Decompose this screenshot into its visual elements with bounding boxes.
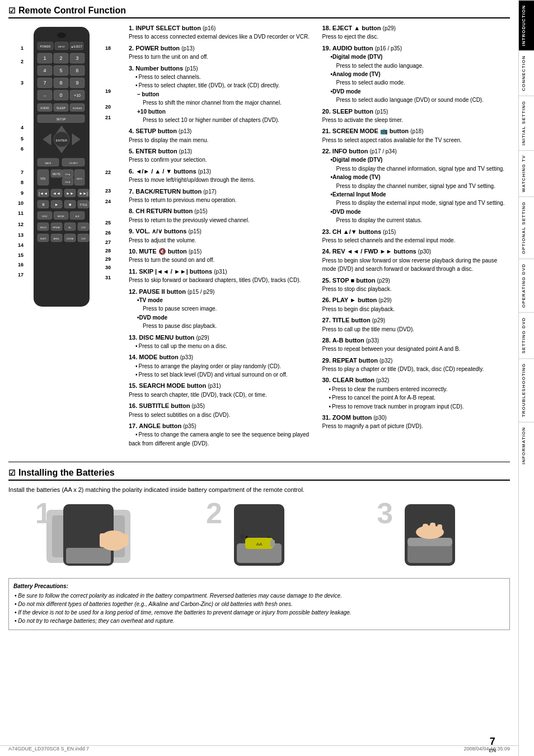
item-9: 9. VOL. ∧/∨ buttons (p15) Press to adjus… (129, 227, 317, 245)
callout-23: 23 (105, 188, 111, 194)
callout-1: 1 (21, 45, 24, 51)
sidebar-tab-introduction: INTRODUCTION (519, 0, 534, 50)
remote-svg: POWER INPUT ▲EJECT 1 2 3 4 5 (25, 24, 98, 309)
sidebar-tab-operating-dvd: OPERATING DVD (519, 259, 534, 312)
item-31: 31. ZOOM button (p30) Press to magnify a… (322, 414, 510, 431)
svg-point-1 (57, 32, 66, 38)
svg-text:▲EJECT: ▲EJECT (71, 45, 83, 48)
item-2: 2. POWER button (p13) Press to turn the … (129, 44, 317, 62)
item-3: 3. Number buttons (p15) Press to select … (129, 64, 317, 125)
battery-step-3: 3 (350, 499, 510, 572)
callout-27: 27 (105, 240, 111, 245)
svg-rect-111 (270, 540, 275, 547)
callout-28: 28 (105, 248, 111, 253)
svg-text:ZOOM: ZOOM (67, 237, 73, 240)
callout-9: 9 (21, 190, 24, 196)
sidebar-tab-setting-dvd: SETTING DVD (519, 312, 534, 358)
battery-step-1: 1 (8, 499, 168, 572)
svg-text:6: 6 (76, 68, 78, 73)
precaution-item-3: If the device is not to be used for a lo… (13, 608, 505, 617)
callout-7: 7 (21, 170, 24, 175)
svg-text:7: 7 (43, 80, 46, 86)
callout-8: 8 (21, 180, 24, 185)
sidebar-tab-information: INFORMATION (519, 422, 534, 469)
svg-text:MUTE: MUTE (53, 172, 61, 176)
svg-text:CLR: CLR (81, 237, 86, 240)
svg-text:9: 9 (76, 80, 78, 86)
svg-text:RPEAT: RPEAT (53, 226, 60, 229)
svg-text:4: 4 (43, 68, 46, 73)
svg-text:◄◄: ◄◄ (53, 191, 60, 195)
sidebar-tab-connection: CONNECTION (519, 50, 534, 96)
callout-24: 24 (105, 199, 111, 204)
svg-rect-105 (108, 531, 114, 547)
svg-text:►: ► (55, 203, 59, 206)
callout-3: 3 (21, 80, 24, 86)
callout-12: 12 (18, 222, 24, 227)
battery-intro: Install the batteries (AA x 2) matching … (8, 486, 510, 493)
item-5: 5. ENTER button (p13) Press to confirm y… (129, 147, 317, 165)
item-12: 12. PAUSE II button (p15 / p29) •TV mode… (129, 288, 317, 331)
callout-20: 20 (105, 104, 111, 110)
svg-text:A-B: A-B (76, 215, 79, 218)
item-27: 27. TITLE button (p29) Press to call up … (322, 316, 510, 334)
svg-text:1: 1 (43, 55, 46, 61)
description-columns: 1. INPUT SELECT button (p16) Press to ac… (129, 24, 510, 450)
callout-19: 19 (105, 88, 111, 94)
item-13: 13. DISC MENU button (p29) Press to call… (129, 334, 317, 351)
precaution-title: Battery Precautions: (13, 583, 505, 589)
callout-30: 30 (105, 265, 111, 270)
remote-image: 1 2 3 4 5 6 7 8 9 10 11 12 13 14 15 16 1 (8, 24, 120, 450)
callout-31: 31 (105, 275, 111, 280)
battery-step-2: 2 AA (179, 499, 339, 572)
item-16: 16. SUBTITLE button (p35) Press to selec… (129, 402, 317, 419)
en-label: EN (489, 748, 496, 753)
svg-text:2: 2 (59, 55, 62, 61)
svg-text:ANGL: ANGL (54, 237, 60, 240)
svg-text:⏸: ⏸ (41, 203, 45, 206)
item-19: 19. AUDIO button (p16 / p35) •Digital mo… (322, 44, 510, 105)
svg-text:AA: AA (256, 542, 263, 547)
sidebar-tab-troubleshooting: TROUBLESHOOTING (519, 358, 534, 421)
item-20: 20. SLEEP button (p15) Press to activate… (322, 107, 510, 125)
item-22: 22. INFO button (p17 / p34) •Digital mod… (322, 147, 510, 225)
item-6: 6. ◄/► / ▲ / ▼ buttons (p13) Press to mo… (129, 167, 317, 185)
svg-rect-118 (407, 538, 452, 546)
callout-18: 18 (105, 45, 111, 51)
item-21: 21. SCREEN MODE 📺 button (p18) Press to … (322, 127, 510, 144)
item-7: 7. BACK/RETURN button (p17) Press to ret… (129, 187, 317, 205)
svg-text:ENTER: ENTER (56, 139, 68, 142)
callout-13: 13 (18, 232, 24, 238)
svg-rect-102 (66, 548, 111, 564)
item-10: 10. MUTE 🔇 button (p15) Press to turn th… (129, 247, 317, 265)
svg-text:CH RET: CH RET (69, 162, 78, 165)
callout-5: 5 (21, 136, 24, 142)
col-right: 18. EJECT ▲ button (p29) Press to eject … (322, 24, 510, 450)
svg-rect-121 (430, 523, 435, 535)
svg-rect-107 (123, 534, 128, 546)
callout-25: 25 (105, 220, 111, 226)
svg-text:►►: ►► (66, 191, 74, 195)
callout-11: 11 (18, 210, 24, 216)
svg-text:CLR: CLR (81, 226, 86, 229)
item-15: 15. SEARCH MODE button (p31) Press to se… (129, 382, 317, 399)
sidebar-tab-initial-setting: INITIAL SETTING (519, 96, 534, 150)
svg-rect-106 (116, 532, 121, 547)
svg-text:A+: A+ (68, 226, 72, 229)
callout-15: 15 (18, 252, 24, 258)
svg-text:INPUT: INPUT (58, 45, 65, 48)
callout-6: 6 (21, 146, 24, 152)
remote-section: 1 2 3 4 5 6 7 8 9 10 11 12 13 14 15 16 1 (8, 24, 510, 450)
page-number-area: 7 EN (489, 736, 496, 753)
item-8: 8. CH RETURN button (p15) Press to retur… (129, 207, 317, 224)
callout-17: 17 (18, 272, 24, 278)
item-1: 1. INPUT SELECT button (p16) Press to ac… (129, 24, 317, 41)
item-24: 24. REV ◄◄ / FWD ►► buttons (p30) Press … (322, 247, 510, 273)
svg-rect-120 (423, 524, 428, 535)
callout-14: 14 (18, 242, 24, 248)
callout-16: 16 (18, 262, 24, 267)
svg-text:BACK: BACK (45, 162, 51, 165)
svg-text:TITLE: TITLE (79, 203, 87, 206)
main-content: Remote Control Function 1 2 3 4 5 6 7 8 … (0, 0, 518, 756)
item-23: 23. CH ▲/▼ buttons (p15) Press to select… (322, 228, 510, 245)
